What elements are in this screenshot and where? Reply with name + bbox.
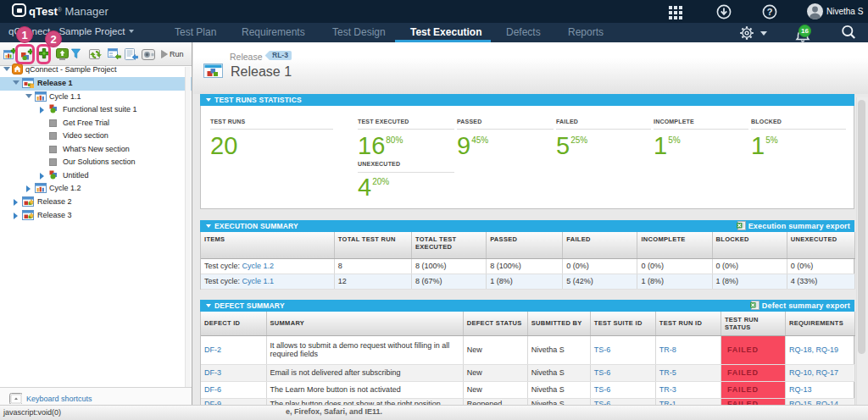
- svg-text:?: ?: [767, 7, 773, 17]
